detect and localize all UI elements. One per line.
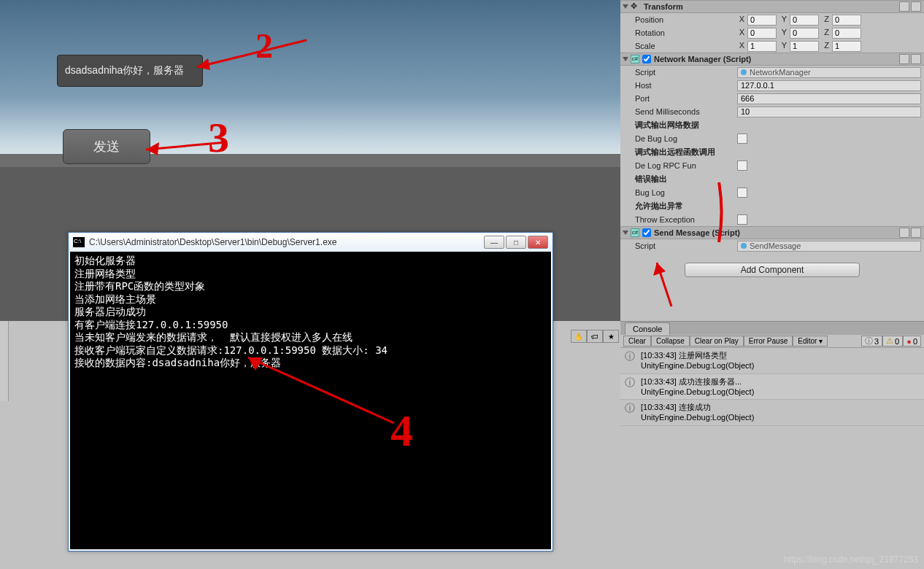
- scl-z[interactable]: [832, 41, 861, 52]
- debug-log-checkbox[interactable]: [737, 133, 747, 144]
- add-component-button[interactable]: Add Component: [685, 263, 860, 277]
- send-message-title: Send Message (Script): [654, 228, 740, 237]
- scale-row: Scale XYZ: [620, 39, 924, 53]
- transform-icon: ✥: [631, 1, 641, 12]
- send-message-header[interactable]: c# Send Message (Script): [620, 226, 924, 239]
- component-enable-checkbox[interactable]: [642, 55, 651, 63]
- debug-rpc-label: De Log RPC Fun: [635, 161, 737, 170]
- maximize-button[interactable]: □: [506, 236, 526, 249]
- settings-icon[interactable]: [911, 54, 921, 64]
- inspector-panel: ✥ Transform Position XYZ Rotation XYZ Sc…: [620, 0, 924, 321]
- script-label: Script: [635, 68, 737, 77]
- log-entry[interactable]: [10:33:43] 连接成功UnityEngine.Debug:Log(Obj…: [620, 400, 924, 426]
- object-icon: [741, 69, 747, 75]
- y-label: Y: [779, 15, 787, 26]
- transform-header[interactable]: ✥ Transform: [620, 0, 924, 13]
- rot-x[interactable]: [747, 28, 777, 39]
- help-icon[interactable]: [899, 228, 909, 238]
- group-debug-rpc: 调式输出远程函数调用: [620, 145, 924, 159]
- info-icon: [625, 376, 636, 398]
- pos-z[interactable]: [832, 15, 861, 26]
- error-pause-button[interactable]: Error Pause: [744, 336, 793, 347]
- script-field[interactable]: SendMessage: [737, 241, 921, 252]
- info-icon: [865, 336, 873, 347]
- error-count[interactable]: 0: [903, 336, 921, 347]
- star-tool-icon[interactable]: ★: [603, 330, 619, 343]
- annotation-4: 4: [390, 405, 413, 457]
- console-toolbar: Clear Collapse Clear on Play Error Pause…: [620, 335, 924, 348]
- annotation-2: 2: [255, 26, 273, 66]
- message-input[interactable]: dsadsadniha你好，服务器: [57, 55, 203, 87]
- log-text: [10:33:43] 成功连接服务器...UnityEngine.Debug:L…: [641, 376, 754, 398]
- z-label: Z: [822, 15, 829, 26]
- foldout-icon[interactable]: [623, 231, 628, 235]
- editor-dropdown[interactable]: Editor ▾: [793, 336, 828, 347]
- help-icon[interactable]: [899, 1, 909, 12]
- bug-log-checkbox[interactable]: [737, 187, 747, 198]
- component-enable-checkbox[interactable]: [642, 228, 651, 237]
- message-input-text: dsadsadniha你好，服务器: [65, 64, 184, 77]
- csharp-script-icon: c#: [631, 55, 639, 63]
- foldout-icon[interactable]: [623, 4, 628, 9]
- log-entry[interactable]: [10:33:43] 成功连接服务器...UnityEngine.Debug:L…: [620, 374, 924, 400]
- log-text: [10:33:43] 注册网络类型UnityEngine.Debug:Log(O…: [641, 350, 754, 371]
- script-label: Script: [635, 241, 737, 250]
- scl-y[interactable]: [790, 41, 819, 52]
- object-icon: [741, 243, 747, 249]
- group-debug-net: 调式输出网络数据: [620, 118, 924, 132]
- position-label: Position: [635, 15, 737, 24]
- console-tabbar: Console: [620, 322, 924, 335]
- server-console-window: C:\Users\Administrator\Desktop\Server1\b…: [68, 232, 553, 551]
- position-row: Position XYZ: [620, 13, 924, 26]
- help-icon[interactable]: [899, 54, 909, 64]
- bug-log-label: Bug Log: [635, 188, 737, 197]
- clear-on-play-button[interactable]: Clear on Play: [690, 336, 744, 347]
- group-error: 错误输出: [620, 172, 924, 186]
- error-icon: [906, 337, 912, 346]
- console-panel: Console Clear Collapse Clear on Play Err…: [620, 321, 924, 569]
- info-count[interactable]: 3: [861, 336, 882, 347]
- cmd-icon: [73, 237, 85, 247]
- info-icon: [625, 402, 636, 423]
- x-label: X: [737, 15, 744, 26]
- warn-count[interactable]: 0: [882, 336, 903, 347]
- hand-tool-icon[interactable]: ✋: [571, 330, 587, 343]
- info-icon: [625, 350, 636, 371]
- network-manager-header[interactable]: c# Network Manager (Script): [620, 53, 924, 66]
- tag-tool-icon[interactable]: 🏷: [587, 330, 603, 343]
- host-input[interactable]: [737, 80, 921, 91]
- window-titlebar[interactable]: C:\Users\Administrator\Desktop\Server1\b…: [69, 233, 553, 252]
- close-button[interactable]: ✕: [528, 236, 548, 249]
- clear-button[interactable]: Clear: [623, 336, 651, 347]
- pos-x[interactable]: [747, 15, 777, 26]
- annotation-3: 3: [208, 113, 229, 162]
- debug-log-label: De Bug Log: [635, 134, 737, 143]
- collapse-button[interactable]: Collapse: [651, 336, 690, 347]
- throw-exception-label: Throw Exception: [635, 215, 737, 224]
- throw-exception-checkbox[interactable]: [737, 214, 747, 225]
- port-label: Port: [635, 94, 737, 103]
- tab-console[interactable]: Console: [625, 322, 670, 335]
- port-input[interactable]: [737, 93, 921, 104]
- host-label: Host: [635, 81, 737, 90]
- script-field[interactable]: NetworkManager: [737, 67, 921, 78]
- rot-y[interactable]: [790, 28, 819, 39]
- window-title: C:\Users\Administrator\Desktop\Server1\b…: [89, 237, 336, 247]
- debug-rpc-checkbox[interactable]: [737, 160, 747, 171]
- settings-icon[interactable]: [911, 228, 921, 238]
- network-manager-title: Network Manager (Script): [654, 55, 751, 63]
- rot-z[interactable]: [832, 28, 861, 39]
- send-ms-input[interactable]: [737, 107, 921, 117]
- watermark: https://blog.csdn.net/qq_21977253: [784, 554, 918, 565]
- send-button[interactable]: 发送: [63, 129, 150, 164]
- log-text: [10:33:43] 连接成功UnityEngine.Debug:Log(Obj…: [641, 402, 754, 423]
- settings-icon[interactable]: [911, 1, 921, 12]
- pos-y[interactable]: [790, 15, 819, 26]
- minimize-button[interactable]: —: [484, 236, 504, 249]
- rotation-row: Rotation XYZ: [620, 26, 924, 39]
- csharp-script-icon: c#: [631, 228, 639, 237]
- send-ms-label: Send Milliseconds: [635, 107, 737, 116]
- foldout-icon[interactable]: [623, 57, 628, 61]
- log-entry[interactable]: [10:33:43] 注册网络类型UnityEngine.Debug:Log(O…: [620, 348, 924, 374]
- scl-x[interactable]: [747, 41, 777, 52]
